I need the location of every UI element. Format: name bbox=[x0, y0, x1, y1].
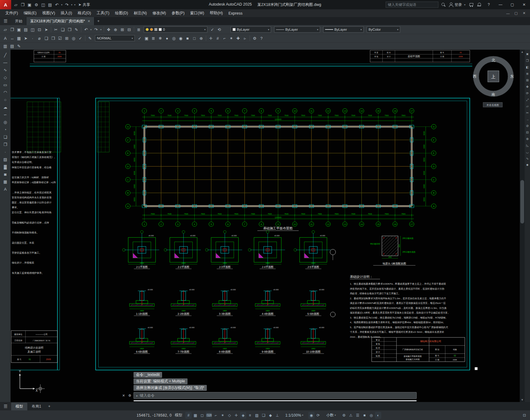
redo-icon[interactable]: ↷ bbox=[93, 26, 99, 33]
save-icon[interactable]: ▣ bbox=[26, 1, 33, 8]
make-block-icon[interactable]: ❐ bbox=[1, 141, 10, 148]
new-tab-button[interactable]: + bbox=[94, 17, 102, 25]
isolate-objects-icon[interactable]: ◎ bbox=[368, 412, 374, 419]
clean-screen-icon[interactable]: ⊡ bbox=[521, 412, 528, 419]
layer-previous-icon[interactable]: ⟲ bbox=[216, 26, 223, 33]
plot-preview-icon[interactable]: ⊡ bbox=[36, 26, 43, 33]
fillet-icon[interactable]: ◡ bbox=[525, 149, 530, 155]
lineweight-icon[interactable]: ≡ bbox=[247, 412, 253, 419]
tab-model[interactable]: 模型 bbox=[11, 403, 27, 410]
copy-clip-icon[interactable]: ❏ bbox=[59, 26, 66, 33]
zoom-window-icon[interactable]: ⊞ bbox=[119, 26, 126, 33]
infer-constraints-icon[interactable]: ◻ bbox=[199, 412, 205, 419]
extend-icon[interactable]: → bbox=[525, 116, 530, 123]
foundation-design-notes[interactable]: 基础设计说明：1、独立基础地基承载能力要求≥150KPa，即基础底放置于老土层上… bbox=[350, 275, 450, 338]
erase-icon[interactable]: ✖ bbox=[525, 51, 530, 57]
layer-properties-icon[interactable]: ≣ bbox=[135, 26, 142, 33]
join-icon[interactable]: ⊕ bbox=[525, 136, 530, 142]
coordinates-display[interactable]: 154671, -178582, 0 bbox=[137, 413, 172, 418]
rotate-icon[interactable]: ⟳ bbox=[525, 90, 530, 97]
beam-section-detail[interactable]: 250600Φ6.5@2002Φ12通长筋2Φ12通长底筋地梁JL-1断面配筋图 bbox=[360, 236, 420, 265]
annotation-monitor-icon[interactable]: ⚠ bbox=[348, 412, 354, 419]
units-dialog-icon[interactable]: ⌀ bbox=[36, 35, 43, 42]
paste-icon[interactable]: ❒ bbox=[66, 26, 73, 33]
dimension-style-icon[interactable]: ↔ bbox=[9, 35, 16, 42]
sheet-borders[interactable] bbox=[11, 64, 472, 370]
plot-icon[interactable]: ◫ bbox=[29, 26, 36, 33]
qnew-icon[interactable]: ▱ bbox=[2, 26, 9, 33]
gradient-icon[interactable]: ▓ bbox=[1, 163, 10, 170]
doc-minimize-button[interactable]: — bbox=[504, 10, 512, 17]
ribbon-help-icon[interactable]: ? bbox=[258, 35, 265, 42]
tab-close-icon[interactable]: ✕ bbox=[88, 19, 90, 23]
dyn-input-toggle-icon[interactable]: ▹ bbox=[242, 35, 248, 42]
ellipse-arc-icon[interactable]: ◔ bbox=[1, 126, 10, 133]
scroll-up-icon[interactable]: ▲ bbox=[520, 50, 525, 54]
workspace-icon[interactable]: ⚙ bbox=[33, 1, 40, 8]
command-close-icon[interactable]: ✕ bbox=[121, 394, 126, 398]
menu-item-0[interactable]: 文件(F) bbox=[2, 10, 21, 17]
autocad-app-menu[interactable]: A bbox=[0, 0, 11, 9]
object-snap-tracking-icon[interactable]: ✛ bbox=[233, 412, 239, 419]
polar-tracking-icon[interactable]: ✶ bbox=[220, 412, 226, 419]
quick-properties-icon[interactable]: ☰ bbox=[355, 412, 361, 419]
table-style-icon[interactable]: ▦ bbox=[16, 35, 22, 42]
menu-item-11[interactable]: 帮助(H) bbox=[207, 10, 225, 17]
graphics-performance-icon[interactable]: ◐ bbox=[375, 412, 381, 419]
close-button[interactable]: ✕ bbox=[519, 0, 529, 9]
insert-block-icon[interactable]: ❏ bbox=[1, 133, 10, 141]
layer-unlock-icon[interactable]: □ bbox=[191, 35, 198, 42]
circle-icon[interactable]: ○ bbox=[1, 96, 10, 103]
polyline-icon[interactable]: ∿ bbox=[1, 66, 10, 74]
tab-layout1[interactable]: 布局1 bbox=[27, 403, 46, 410]
index-tables[interactable] bbox=[27, 102, 109, 152]
menu-item-12[interactable]: Express bbox=[226, 10, 245, 16]
3d-object-snap-icon[interactable]: ◆ bbox=[267, 412, 274, 419]
top-right-table[interactable]: 审 定审 核校 对设 计基础平面图图 号01日 期2006 bbox=[370, 50, 470, 62]
hatch-icon[interactable]: ▨ bbox=[1, 156, 10, 163]
grid-settings-icon[interactable]: # bbox=[214, 35, 221, 42]
find-replace-icon[interactable]: ◎ bbox=[70, 35, 77, 42]
drawing-svg[interactable]: 结构设计总说明01日 期2006审 定审 核校 对设 计基础平面图图 号01日 … bbox=[11, 50, 520, 402]
general-notes-left[interactable]: 技术要求，不包括工艺余量及加工安装现行《钢结构工程施工及验收规范》。化学成分合格… bbox=[11, 151, 57, 274]
undo-menu-icon[interactable]: ▾ bbox=[60, 1, 63, 8]
scrollbar-thumb[interactable] bbox=[520, 180, 524, 224]
snap-mode-icon[interactable]: ▦ bbox=[192, 412, 198, 419]
notifications-icon[interactable] bbox=[477, 2, 482, 7]
spline-icon[interactable]: ∽ bbox=[1, 111, 10, 118]
scroll-down-icon[interactable]: ▼ bbox=[520, 398, 525, 402]
menu-item-10[interactable]: 窗口(W) bbox=[187, 10, 207, 17]
login-button[interactable]: 登录 ▾ bbox=[448, 1, 466, 8]
new-layout-button[interactable]: + bbox=[46, 404, 53, 409]
menu-item-8[interactable]: 修改(M) bbox=[150, 10, 169, 17]
menu-item-9[interactable]: 参数(P) bbox=[169, 10, 188, 17]
menu-item-3[interactable]: 插入(I) bbox=[58, 10, 75, 17]
otrack-toggle-icon[interactable]: ✚ bbox=[235, 35, 242, 42]
construction-line-icon[interactable]: — bbox=[1, 59, 10, 66]
break-icon[interactable]: ⊟ bbox=[525, 129, 530, 136]
ortho-icon[interactable]: ⌐ bbox=[213, 412, 219, 419]
help-icon[interactable]: ? bbox=[484, 0, 493, 9]
ungroup-icon[interactable]: ❒ bbox=[50, 35, 57, 42]
tool-palettes-icon[interactable]: ▥ bbox=[2, 43, 9, 50]
move-icon[interactable]: ✥ bbox=[525, 84, 530, 90]
polygon-icon[interactable]: ◇ bbox=[1, 74, 10, 81]
quick-calc-icon[interactable]: ⊞ bbox=[63, 35, 70, 42]
drawing-canvas[interactable]: 结构设计总说明01日 期2006审 定审 核校 对设 计基础平面图图 号01日 … bbox=[11, 50, 520, 402]
save-icon[interactable]: ▣ bbox=[16, 26, 22, 33]
command-window[interactable]: 命令: _textedit当前设置: 编辑模式 = Multiple选择注释对象… bbox=[121, 372, 417, 401]
open-icon[interactable]: ❐ bbox=[9, 26, 16, 33]
selection-grip[interactable] bbox=[475, 367, 478, 370]
top-left-table[interactable]: 结构设计总说明01日 期2006 bbox=[34, 50, 66, 62]
point-icon[interactable]: ∙ bbox=[1, 148, 10, 156]
command-customize-icon[interactable]: ⚙ bbox=[127, 394, 132, 398]
osnap-settings-icon[interactable]: ✛ bbox=[207, 35, 214, 42]
line-icon[interactable]: ╱ bbox=[1, 52, 10, 59]
title-block[interactable]: 审 定审 核校 对设 计制 图钢结构工程有限公司厂房钢结构制作安装工程基础施工平… bbox=[372, 337, 465, 362]
tab-start[interactable]: 开始 bbox=[11, 17, 26, 25]
spell-check-icon[interactable]: ✓ bbox=[77, 35, 84, 42]
workspace-switching-icon[interactable]: ⚙ bbox=[341, 412, 347, 419]
minimize-button[interactable]: — bbox=[496, 0, 505, 9]
command-resize-grip[interactable] bbox=[134, 400, 417, 401]
blend-curves-icon[interactable]: ∿ bbox=[525, 155, 530, 162]
